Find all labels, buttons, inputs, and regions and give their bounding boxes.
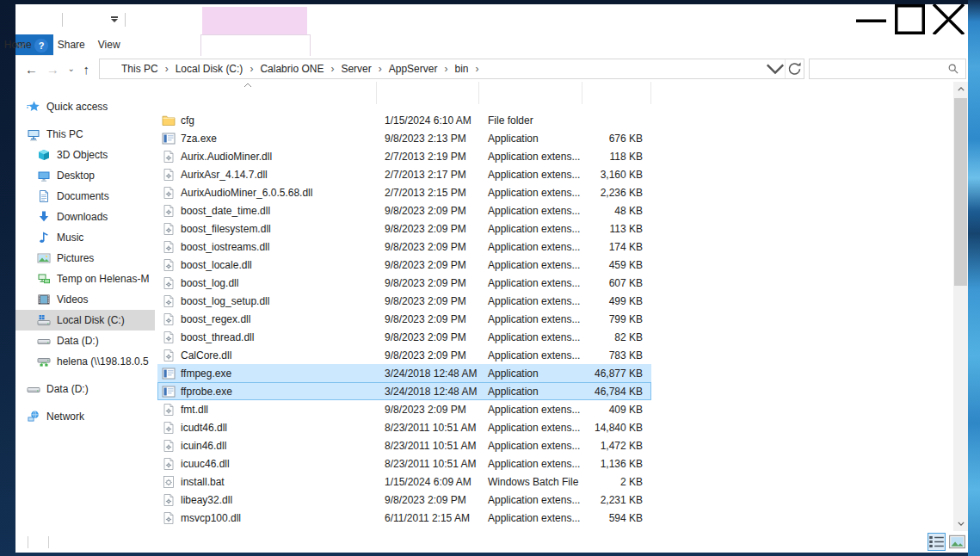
manage-contextual-header[interactable] [202,7,307,34]
file-row[interactable]: msvcp100.dll 6/11/2011 2:15 AM Applicati… [157,509,651,527]
properties-icon[interactable] [69,12,83,27]
navigation-pane: Quick access This PC 3D Objects Desktop … [15,82,155,531]
file-row[interactable]: cfg 1/15/2024 6:10 AM File folder [157,111,651,129]
large-icons-view-button[interactable] [948,533,966,551]
help-icon[interactable]: ? [34,39,48,53]
up-button[interactable]: ↑ [83,63,90,76]
sidebar-item-videos[interactable]: Videos [15,289,155,310]
scroll-up-icon[interactable] [953,82,968,96]
sidebar-item-this-pc[interactable]: This PC [15,124,155,145]
explorer-window: FileHomeShareView ? ← → ⌄ ↑ This PC›Loca… [15,4,968,553]
ribbon-collapse-icon[interactable] [15,42,26,49]
dll-icon [162,457,176,471]
address-row: ← → ⌄ ↑ This PC›Local Disk (C:)›Calabrio… [15,56,968,82]
file-row[interactable]: AurixAsr_4.14.7.dll 2/7/2013 2:17 PM App… [157,165,651,183]
ribbon-tab-share[interactable]: Share [45,39,98,51]
breadcrumb-item-appserver[interactable]: AppServer› [389,63,455,75]
file-row[interactable]: boost_date_time.dll 9/8/2023 2:09 PM App… [157,201,651,219]
back-button[interactable]: ← [25,63,38,76]
breadcrumb-item-calabrio-one[interactable]: Calabrio ONE› [260,63,341,75]
file-row[interactable]: install.bat 1/15/2024 6:09 AM Windows Ba… [157,473,651,491]
scroll-down-icon[interactable] [953,516,968,531]
address-dropdown-icon[interactable] [766,59,785,78]
sidebar-item-pictures[interactable]: Pictures [15,248,155,269]
file-row[interactable]: Aurix.AudioMiner.dll 2/7/2013 2:19 PM Ap… [157,147,651,165]
refresh-icon[interactable] [785,59,804,78]
file-row[interactable]: boost_filesystem.dll 9/8/2023 2:09 PM Ap… [157,219,651,238]
search-input[interactable] [810,63,939,75]
search-icon[interactable] [947,63,959,75]
exe-icon [162,132,176,145]
file-row[interactable]: boost_log.dll 9/8/2023 2:09 PM Applicati… [157,274,651,292]
file-row[interactable]: boost_iostreams.dll 9/8/2023 2:09 PM App… [157,238,651,256]
sidebar-item-quick-access[interactable]: Quick access [15,96,155,117]
application-tools-tab[interactable] [200,34,311,56]
music-icon [37,231,51,244]
file-row[interactable]: boost_regex.dll 9/8/2023 2:09 PM Applica… [157,310,651,328]
sidebar-item-data-d[interactable]: Data (D:) [15,331,155,351]
column-header-size[interactable] [582,82,651,104]
column-header-type[interactable] [479,82,582,104]
dll-icon [162,331,176,344]
file-row[interactable]: 7za.exe 9/8/2023 2:13 PM Application 676… [157,129,651,147]
file-row[interactable]: icuuc46.dll 8/23/2011 10:51 AM Applicati… [157,454,651,473]
close-button[interactable] [929,4,968,34]
file-row[interactable]: AurixAudioMiner_6.0.5.68.dll 2/7/2013 2:… [157,183,651,201]
column-header-date-modified[interactable] [377,82,479,104]
breadcrumb-separator-icon[interactable]: › [165,63,169,75]
column-header-name[interactable] [157,82,377,104]
file-row[interactable]: boost_log_setup.dll 9/8/2023 2:09 PM App… [157,292,651,310]
search-box [809,59,966,79]
sidebar-item-local-disk-c[interactable]: Local Disk (C:) [15,310,155,331]
breadcrumb-separator-icon[interactable]: › [250,63,253,75]
new-folder-icon[interactable] [89,12,104,27]
forward-button[interactable]: → [46,63,59,76]
file-row[interactable]: fmt.dll 9/8/2023 2:09 PM Application ext… [157,400,651,418]
qat-customize-dropdown-icon[interactable] [110,16,119,22]
sidebar-item-music[interactable]: Music [15,227,155,248]
window-controls [852,4,968,34]
breadcrumb-item-local-disk-c[interactable]: Local Disk (C:)› [176,63,261,75]
vertical-scrollbar[interactable] [953,82,968,531]
breadcrumb-separator-icon[interactable]: › [379,63,382,75]
dll-icon [162,511,176,525]
qat-separator [125,13,126,27]
breadcrumb-separator-icon[interactable]: › [330,63,334,75]
scrollbar-thumb[interactable] [954,98,967,286]
ribbon-tab-view[interactable]: View [98,39,120,51]
breadcrumb-item-server[interactable]: Server› [341,63,388,75]
sidebar-item-documents[interactable]: Documents [15,186,155,207]
dll-icon [162,276,176,290]
sidebar-item-helena-198-18-0-5[interactable]: helena (\\198.18.0.5 [15,351,155,372]
file-row[interactable]: boost_locale.dll 9/8/2023 2:09 PM Applic… [157,256,651,274]
sidebar-item-network[interactable]: Network [15,406,155,427]
file-row[interactable]: icudt46.dll 8/23/2011 10:51 AM Applicati… [157,418,651,436]
sidebar-item-temp-on-helenas-m[interactable]: Temp on Helenas-M [15,269,155,289]
breadcrumb-separator-icon[interactable]: › [444,63,447,75]
breadcrumb-item-this-pc[interactable]: This PC› [121,63,176,75]
file-row[interactable]: icuin46.dll 8/23/2011 10:51 AM Applicati… [157,436,651,454]
sidebar-item-desktop[interactable]: Desktop [15,165,155,186]
net-share-icon [37,272,51,286]
sidebar-item-data-d[interactable]: Data (D:) [15,379,155,399]
globe-icon [27,410,40,423]
file-row[interactable]: ffprobe.exe 3/24/2018 12:48 AM Applicati… [157,382,651,400]
file-row[interactable]: boost_thread.dll 9/8/2023 2:09 PM Applic… [157,328,651,346]
details-view-button[interactable] [928,533,946,551]
ribbon-tab-row: FileHomeShareView ? [15,34,53,56]
file-rows: cfg 1/15/2024 6:10 AM File folder 7za.ex… [157,111,968,527]
file-row[interactable]: CalCore.dll 9/8/2023 2:09 PM Application… [157,346,651,364]
minimize-button[interactable] [852,4,891,34]
sidebar-item-downloads[interactable]: Downloads [15,207,155,227]
desktop-wallpaper [968,0,980,556]
dll-icon [162,222,176,236]
breadcrumb-item-bin[interactable]: bin› [454,63,485,75]
breadcrumb-separator-icon[interactable]: › [475,63,478,75]
sidebar-item-3d-objects[interactable]: 3D Objects [15,145,155,165]
address-bar[interactable]: This PC›Local Disk (C:)›Calabrio ONE›Ser… [99,59,804,79]
maximize-button[interactable] [891,4,929,34]
monitor-icon [27,127,40,141]
file-row[interactable]: ffmpeg.exe 3/24/2018 12:48 AM Applicatio… [157,364,651,382]
file-row[interactable]: libeay32.dll 9/8/2023 2:09 PM Applicatio… [157,491,651,509]
recent-locations-icon[interactable]: ⌄ [67,65,74,73]
